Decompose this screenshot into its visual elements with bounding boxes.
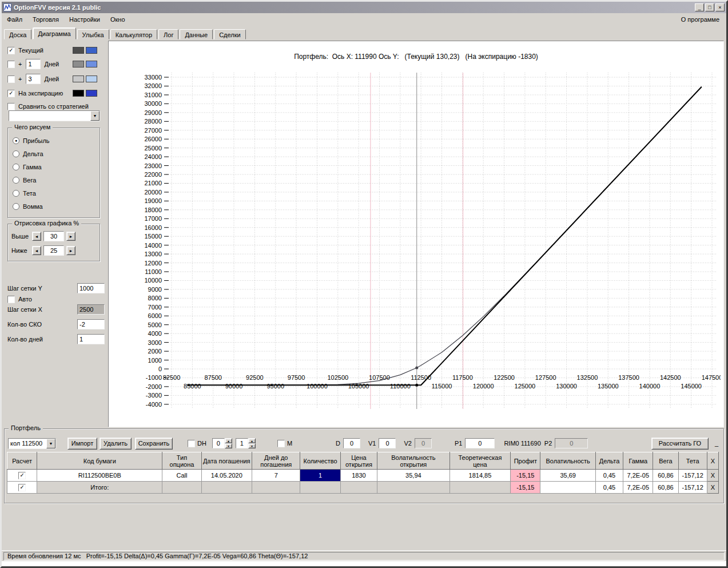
menu-settings[interactable]: Настройки	[64, 14, 105, 25]
position-combobox-arrow-icon[interactable]: ▼	[46, 439, 55, 448]
below-input[interactable]	[43, 245, 64, 256]
days-count-input[interactable]	[77, 334, 105, 344]
radio-gamma-label[interactable]: Гамма	[23, 164, 42, 170]
calc-margin-button[interactable]: Рассчитать ГО	[651, 438, 709, 450]
close-button[interactable]: ×	[715, 3, 725, 11]
days3-input[interactable]	[26, 74, 41, 84]
dh-spinner-2-input[interactable]	[236, 438, 248, 448]
col-code: Код бумаги	[37, 452, 162, 470]
y-tick-label: 25000	[144, 145, 162, 152]
p2-input[interactable]	[555, 438, 588, 448]
row1-calc-checkbox[interactable]: ✓	[18, 472, 26, 479]
radio-profit-label[interactable]: Прибыль	[23, 137, 50, 144]
dh-spinner-2-down-icon[interactable]: ▼	[248, 443, 256, 448]
plus1-swatch-1[interactable]	[73, 61, 84, 67]
tab-sdelki[interactable]: Сделки	[214, 29, 246, 39]
status-bar: Время обновления 12 мс Profit=-15,15 Del…	[2, 550, 726, 561]
strategy-combobox[interactable]: ▼	[9, 110, 100, 121]
maximize-button[interactable]: □	[705, 3, 714, 11]
sko-count-input[interactable]	[77, 319, 105, 329]
x-tick-label: 115000	[432, 383, 452, 390]
radio-vomma[interactable]	[13, 203, 19, 210]
cell-profit-total: -15,15	[511, 482, 540, 494]
row2-calc-checkbox[interactable]: ✓	[18, 484, 26, 491]
cell-open-vol: 35,94	[377, 470, 450, 482]
radio-theta[interactable]	[13, 190, 19, 197]
plus1-row: + Дней	[3, 57, 108, 72]
minimize-button[interactable]: _	[695, 3, 704, 11]
radio-delta[interactable]	[13, 150, 19, 157]
expiry-checkbox[interactable]: ✓	[7, 90, 15, 97]
v1-input[interactable]	[379, 438, 396, 448]
radio-delta-label[interactable]: Дельта	[23, 150, 43, 157]
expiry-swatch-2[interactable]	[86, 90, 97, 97]
below-increase-button[interactable]: ►	[66, 246, 75, 255]
plus3-checkbox[interactable]	[7, 76, 15, 83]
menu-file[interactable]: Файл	[2, 14, 27, 25]
radio-profit[interactable]: ●	[13, 137, 19, 144]
strategy-combobox-arrow-icon[interactable]: ▼	[90, 111, 100, 121]
radio-vomma-label[interactable]: Вомма	[23, 203, 43, 210]
tab-log[interactable]: Лог	[158, 29, 178, 39]
menu-window[interactable]: Окно	[105, 14, 130, 25]
cell-theo-price: 1814,85	[449, 470, 511, 482]
current-color-swatches	[73, 47, 97, 54]
plus1-checkbox[interactable]	[7, 61, 15, 68]
plus3-swatch-2[interactable]	[86, 76, 97, 82]
current-swatch-2[interactable]	[86, 47, 97, 54]
tab-ulybka[interactable]: Улыбка	[77, 29, 109, 39]
dh-spinner-1-up-icon[interactable]: ▲	[225, 438, 232, 443]
position-combobox-value: кол 112500	[9, 439, 46, 448]
compare-checkbox[interactable]	[7, 103, 15, 110]
radio-theta-label[interactable]: Тета	[23, 190, 36, 197]
x-tick-label: 120000	[473, 383, 494, 390]
radio-row-profit: ● Прибыль	[8, 134, 100, 147]
d-input[interactable]	[343, 438, 360, 448]
radio-vega[interactable]	[13, 177, 19, 184]
above-input[interactable]	[43, 231, 64, 241]
above-decrease-button[interactable]: ◄	[32, 232, 41, 241]
row1-delete-button[interactable]: X	[707, 470, 718, 482]
tab-doska[interactable]: Доска	[4, 29, 31, 39]
dh-spinner-2-up-icon[interactable]: ▲	[248, 438, 256, 443]
save-button[interactable]: Сохранить	[135, 438, 173, 450]
days1-input[interactable]	[26, 59, 41, 69]
plus1-swatch-2[interactable]	[86, 61, 97, 67]
row2-delete-button[interactable]: X	[707, 482, 718, 494]
position-combobox[interactable]: кол 112500 ▼	[8, 438, 56, 449]
menu-about[interactable]: О программе	[674, 14, 726, 25]
col-volatility: Волатильность	[540, 452, 595, 470]
tab-dannye[interactable]: Данные	[180, 29, 213, 39]
cell-quantity[interactable]: 1	[300, 470, 340, 482]
y-tick-label: 4000	[148, 330, 162, 337]
x-tick-label: 110000	[390, 383, 411, 390]
current-checkbox[interactable]: ✓	[7, 47, 15, 54]
expiry-swatch-1[interactable]	[73, 90, 84, 97]
radio-vega-label[interactable]: Вега	[23, 177, 36, 184]
above-increase-button[interactable]: ►	[66, 232, 75, 241]
tab-kalkulyator[interactable]: Калькулятор	[110, 29, 157, 39]
dh-spinner-1-input[interactable]	[212, 438, 225, 448]
payoff-chart-svg[interactable]: -4000-3000-2000-100001000200030004000500…	[112, 67, 721, 417]
p1-input[interactable]	[465, 438, 495, 448]
chart-title: Портфель: Ось X: 111990 Ось Y: (Текущий …	[109, 53, 723, 61]
auto-checkbox[interactable]	[7, 296, 15, 303]
v2-input[interactable]	[415, 438, 432, 448]
series-line-1	[187, 87, 702, 386]
compare-label: Сравнить со стратегией	[18, 103, 89, 110]
tab-diagramma[interactable]: Диаграмма	[33, 27, 75, 39]
grid-step-y-input[interactable]	[77, 283, 105, 293]
current-swatch-1[interactable]	[73, 47, 84, 54]
y-tick-label: 9000	[148, 286, 162, 293]
dh-spinner-1-down-icon[interactable]: ▼	[225, 443, 232, 448]
grid-step-x-input[interactable]	[77, 304, 105, 315]
import-button[interactable]: Импорт	[67, 438, 97, 450]
panel-collapse-handle[interactable]: _	[713, 440, 720, 447]
radio-gamma[interactable]	[13, 164, 19, 170]
m-checkbox[interactable]	[277, 440, 285, 447]
delete-button[interactable]: Удалить	[100, 438, 132, 450]
plus3-swatch-1[interactable]	[73, 76, 84, 82]
below-decrease-button[interactable]: ◄	[32, 246, 41, 255]
menu-trading[interactable]: Торговля	[27, 14, 64, 25]
dh-checkbox[interactable]	[188, 440, 195, 447]
